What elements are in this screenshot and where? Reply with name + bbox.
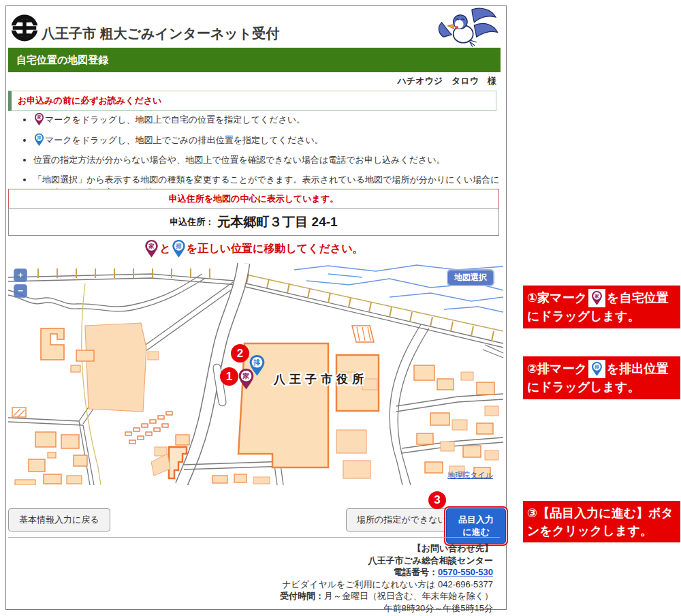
read-first-notice: お申込みの前に必ずお読みください (8, 91, 496, 111)
address-label: 申込住所： (170, 216, 214, 228)
home-pin-marker[interactable]: 家 (238, 368, 255, 390)
list-item: 位置の指定方法が分からない場合や、地図上で位置を確認できない場合は電話でお申し込… (33, 153, 514, 166)
phone-label: 電話番号： (394, 567, 438, 577)
annotation-step3: ③【品目入力に進む】ボタンをクリックします。 (523, 501, 680, 542)
svg-text:家: 家 (148, 243, 155, 249)
home-pin-icon: 家 (588, 289, 605, 307)
map-zoom-controls: + − (14, 268, 27, 298)
building-label: 八王子市役所 (273, 373, 368, 386)
contact-org: 八王子市ごみ総合相談センター (8, 555, 493, 567)
cannot-specify-button[interactable]: 場所の指定ができない (346, 508, 458, 532)
map-layer-select-button[interactable]: 地図選択 (447, 269, 494, 286)
section-title-bar: 自宅位置の地図登録 (8, 48, 501, 72)
back-button[interactable]: 基本情報入力に戻る (8, 508, 110, 532)
svg-text:家: 家 (594, 294, 599, 299)
hours-value: 月～金曜日（祝日含む、年末年始を除く） (324, 591, 493, 601)
annotation-text: ②排マーク (527, 362, 587, 375)
phone-link[interactable]: 0570-550-530 (438, 567, 493, 577)
list-item: 家マークをドラッグし、地図上で自宅の位置を指定してください。 (33, 112, 514, 126)
main-panel: 八王子市 粗大ごみインターネット受付 自宅位置の地図登録 ハチオウジ タロウ 様… (5, 5, 507, 610)
waste-pin-icon: 排 (172, 239, 186, 258)
application-address-box: 申込住所： 元本郷町３丁目 24-1 (8, 209, 499, 236)
bullet-text: マークをドラッグし、地図上でごみの排出位置を指定してください。 (45, 135, 323, 145)
annotation-step1: ①家マーク家を自宅位置にドラッグします。 (523, 286, 680, 328)
zoom-out-button[interactable]: − (14, 284, 27, 298)
home-pin-icon: 家 (144, 239, 159, 258)
contact-phone-line: 電話番号：0570-550-530 (8, 566, 493, 579)
svg-text:排: 排 (37, 136, 42, 140)
map-attribution-link[interactable]: 地理院タイル (447, 470, 493, 480)
contact-footer: 【お問い合わせ先】 八王子市ごみ総合相談センター 電話番号：0570-550-5… (8, 537, 500, 614)
contact-heading: 【お問い合わせ先】 (8, 542, 493, 555)
svg-text:家: 家 (37, 114, 42, 120)
map-canvas[interactable]: 八王子市役所 + − 地図選択 地理院タイル 2 排 1 家 (8, 263, 504, 485)
svg-text:排: 排 (175, 243, 182, 249)
annotation-step2: ②排マーク排を排出位置にドラッグします。 (523, 356, 680, 399)
svg-text:家: 家 (242, 372, 250, 380)
hours-label: 受付時間： (280, 591, 324, 601)
drag-instruction: 家と排を正しい位置に移動してください。 (8, 239, 499, 258)
address-value: 元本郷町３丁目 24-1 (217, 213, 337, 231)
contact-hours-line2: 午前8時30分～午後5時15分 (8, 602, 493, 615)
list-item: 排マークをドラッグし、地図上でごみの排出位置を指定してください。 (33, 133, 514, 147)
user-name: ハチオウジ タロウ 様 (8, 75, 496, 87)
zoom-in-button[interactable]: + (14, 268, 27, 282)
bullet-text: 位置の指定方法が分からない場合や、地図上で位置を確認できない場合は電話でお申し込… (33, 155, 445, 165)
contact-hours-line: 受付時間：月～金曜日（祝日含む、年末年始を除く） (8, 590, 493, 602)
annotation-text: ①家マーク (527, 291, 587, 305)
waste-pin-icon: 排 (34, 133, 44, 147)
hachioji-city-logo-icon (11, 14, 38, 42)
map-center-notice: 申込住所を地図の中心に表示しています。 (8, 189, 499, 209)
home-pin-icon: 家 (34, 112, 44, 126)
drag-text: と (159, 243, 170, 254)
svg-text:排: 排 (594, 365, 599, 369)
annotation-text: ③【品目入力に進む】ボタンをクリックします。 (527, 506, 674, 538)
page-title: 八王子市 粗大ごみインターネット受付 (42, 25, 279, 43)
bullet-text: マークをドラッグし、地図上で自宅の位置を指定してください。 (45, 114, 305, 125)
contact-alt-phone: ナビダイヤルをご利用になれない方は 042-696-5377 (8, 579, 493, 591)
step-2-badge: 2 (231, 344, 249, 363)
bird-mascot-icon (434, 6, 502, 50)
step-3-badge: 3 (428, 491, 446, 509)
waste-pin-icon: 排 (588, 360, 605, 378)
step-1-badge: 1 (220, 367, 238, 386)
drag-text: を正しい位置に移動してください。 (187, 243, 364, 254)
svg-text:排: 排 (253, 358, 261, 366)
